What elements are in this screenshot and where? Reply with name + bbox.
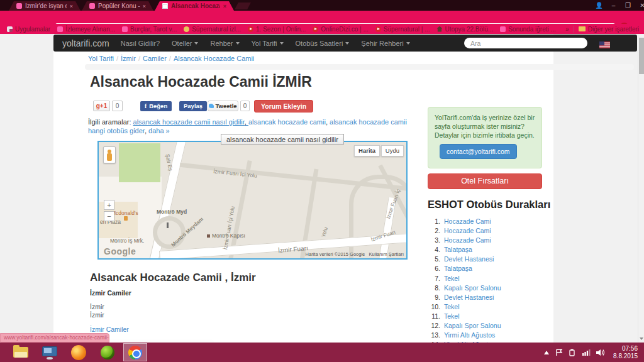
chrome-taskbar-button[interactable] — [123, 343, 147, 361]
nav-yol-tarifi[interactable]: Yol Tarifi — [252, 40, 284, 47]
app-ball-icon[interactable] — [99, 344, 116, 361]
bus-stop-link[interactable]: Kapalı Spor Salonu — [444, 322, 501, 329]
browser-tab-active[interactable]: Alsancak Hocazade × — [155, 1, 234, 11]
bus-stop-link[interactable]: Hocazade Cami — [444, 217, 491, 225]
chevron-down-icon — [236, 42, 240, 45]
us-flag-icon[interactable] — [599, 40, 610, 51]
bus-stop-link[interactable]: Talatpaşa — [444, 246, 472, 253]
bus-stop-link[interactable]: Tekel — [444, 303, 460, 310]
bookmark-item[interactable]: Süpernatural izl... — [184, 26, 241, 33]
bus-stop-link[interactable]: Hocazade Cami — [444, 236, 491, 244]
bus-stop-link[interactable]: Yirmi Altı Ağustos — [444, 331, 495, 339]
hotel-deals-button[interactable]: Otel Fırsatları — [428, 173, 542, 189]
show-hidden-icons[interactable] — [543, 350, 550, 355]
scrollbar-thumb[interactable] — [639, 38, 644, 74]
nav-otobus-saatleri[interactable]: Otobüs Saatleri — [296, 40, 350, 47]
profile-icon[interactable]: 👤 — [594, 1, 604, 9]
breadcrumb-izmir[interactable]: İzmir — [121, 55, 136, 62]
pegman-control[interactable] — [103, 146, 116, 163]
bookmark-item[interactable]: Utopya 22.Bölü... — [436, 26, 493, 33]
action-center-flag-icon[interactable] — [555, 349, 563, 356]
list-item: Tekel — [428, 275, 547, 282]
bus-stop-link[interactable]: Tekel — [444, 312, 460, 320]
bookmark-item[interactable]: Süpernatural | ... — [375, 26, 430, 33]
bookmark-item[interactable]: Sonunda iğreti ... — [500, 26, 556, 33]
network-icon[interactable] — [582, 349, 591, 356]
browser-tab-2[interactable]: Popüler Konu - Farz × — [82, 1, 153, 11]
search-input[interactable] — [464, 38, 587, 48]
poi-label: Möntro İş Mrk. — [110, 238, 144, 244]
other-bookmarks-button[interactable]: Diğer yer işaretleri — [579, 26, 639, 33]
map-type-map-button[interactable]: Harita — [354, 145, 380, 156]
poi-label: Montrö Myd — [157, 209, 187, 215]
bookmark-item[interactable]: Burçlar, Tarot v... — [122, 26, 177, 33]
bus-stop-link[interactable]: Devlet Hastanesi — [444, 255, 494, 263]
related-link-2[interactable]: alsancak hocazade camii — [248, 118, 330, 126]
bookmarks-overflow-chevron[interactable]: » — [565, 26, 569, 33]
scrollbar-down-arrow[interactable] — [638, 335, 644, 343]
related-more-link[interactable]: daha » — [148, 127, 170, 134]
file-explorer-icon[interactable] — [13, 344, 29, 361]
bus-stop-link[interactable]: Hocazade Cami — [444, 227, 491, 234]
display-settings-icon[interactable] — [42, 344, 58, 361]
bus-stop-link[interactable]: Kapalı Spor Salonu — [444, 284, 501, 292]
facebook-share-button[interactable]: Paylaş — [179, 101, 207, 111]
close-button[interactable]: ✕ — [637, 1, 644, 9]
bookmark-favicon — [57, 26, 63, 32]
restore-button[interactable]: ❐ — [623, 1, 633, 9]
bookmark-favicon — [184, 26, 189, 32]
tweet-button[interactable]: Tweetle — [208, 101, 238, 111]
bookmark-item[interactable]: 1. Sezon | Onlin... — [248, 26, 306, 33]
power-icon[interactable] — [569, 349, 577, 356]
breadcrumb-camiler[interactable]: Camiler — [143, 55, 167, 62]
bookmark-apps[interactable]: Uygulamalar — [7, 26, 50, 33]
bookmark-item[interactable]: İzlemeye Alınan... — [57, 26, 115, 33]
tab-close-icon[interactable]: × — [143, 3, 146, 9]
pegman-icon — [108, 150, 111, 153]
list-item: Devlet Hastanesi — [428, 255, 547, 263]
divider — [85, 64, 634, 70]
list-item: Kapalı Spor Salonu — [428, 322, 547, 329]
house-icon — [436, 26, 442, 32]
map-type-satellite-button[interactable]: Uydu — [381, 145, 404, 156]
scrollbar[interactable] — [638, 34, 644, 343]
bus-stop-link[interactable]: Talatpaşa — [444, 265, 472, 272]
list-item: Hocazade Cami — [428, 236, 547, 244]
bookmark-item[interactable]: OnlineDizi.co | ... — [313, 26, 368, 33]
izmir-camiler-link[interactable]: İzmir Camiler — [90, 326, 129, 333]
play-icon — [375, 26, 381, 32]
gplus-button[interactable]: g+1 — [93, 101, 110, 111]
nav-rehber[interactable]: Rehber — [210, 40, 239, 47]
google-map[interactable]: Şair Eş İzmir Fuarı İçi Yolu İzmir Fuarı… — [97, 141, 408, 260]
browser-tab-1[interactable]: İzmir'de isyan ettire × — [9, 1, 80, 11]
zoom-in-button[interactable]: + — [104, 200, 114, 210]
nav-oteller[interactable]: Oteller — [172, 40, 198, 47]
tab-close-icon[interactable]: × — [70, 3, 73, 9]
taskbar-clock[interactable]: 07:56 8.8.2015 — [613, 345, 638, 360]
tab-title: Popüler Konu - Farz — [98, 3, 140, 9]
bookmarks-bar: Uygulamalar İzlemeye Alınan... Burçlar, … — [0, 24, 644, 34]
new-tab-button[interactable] — [235, 3, 251, 9]
volume-icon[interactable] — [596, 349, 605, 356]
chrome-icon — [128, 346, 142, 359]
tab-close-icon[interactable]: × — [223, 3, 226, 9]
bus-stop-link[interactable]: Devlet Hastanesi — [444, 293, 494, 301]
map-terms-link[interactable]: Kullanım Şartları — [369, 251, 404, 257]
contact-button[interactable]: contact@yoltarifi.com — [440, 144, 517, 159]
related-link-1[interactable]: alsancak hocazade camii nasıl gidilir — [133, 118, 248, 126]
facebook-like-button[interactable]: fBeğen — [140, 101, 172, 111]
breadcrumb-yol-tarifi[interactable]: Yol Tarifi — [88, 55, 114, 62]
poi-label: Mcdonald's — [111, 210, 138, 216]
site-logo[interactable]: yoltarifi.com — [62, 38, 109, 48]
related-searches: İlgili aramalar: alsancak hocazade camii… — [88, 118, 420, 135]
add-comment-button[interactable]: Yorum Ekleyin — [254, 100, 313, 112]
list-item: Kapalı Spor Salonu — [428, 284, 547, 292]
zoom-out-button[interactable]: − — [104, 211, 114, 221]
firefox-icon[interactable] — [70, 344, 87, 361]
nav-sehir-rehberi[interactable]: Şehir Rehberi — [361, 40, 409, 47]
restaurant-icon — [124, 216, 128, 221]
minimize-button[interactable]: – — [608, 1, 619, 9]
nav-nasil-gidilir[interactable]: Nasıl Gidilir? — [121, 40, 160, 47]
bus-stop-link[interactable]: Tekel — [444, 275, 460, 282]
static-text: İzmir — [90, 311, 104, 319]
